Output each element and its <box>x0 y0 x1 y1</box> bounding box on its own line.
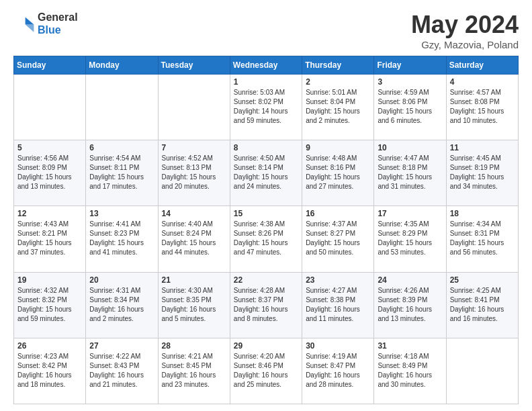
cell-3-3: 22Sunrise: 4:28 AM Sunset: 8:37 PM Dayli… <box>230 272 302 338</box>
day-number: 12 <box>17 209 82 218</box>
day-number: 5 <box>17 143 82 152</box>
day-number: 25 <box>450 275 515 285</box>
day-info: Sunrise: 4:45 AM Sunset: 8:19 PM Dayligh… <box>450 154 515 191</box>
cell-4-6 <box>446 338 518 404</box>
title-block: May 2024 Gzy, Mazovia, Poland <box>411 11 519 50</box>
col-tuesday: Tuesday <box>158 56 230 75</box>
day-info: Sunrise: 4:21 AM Sunset: 8:45 PM Dayligh… <box>162 352 226 390</box>
day-info: Sunrise: 4:43 AM Sunset: 8:21 PM Dayligh… <box>17 220 82 257</box>
cell-0-3: 1Sunrise: 5:03 AM Sunset: 8:02 PM Daylig… <box>230 75 302 140</box>
cell-0-6: 4Sunrise: 4:57 AM Sunset: 8:08 PM Daylig… <box>446 75 518 140</box>
col-friday: Friday <box>374 56 446 75</box>
day-number: 28 <box>162 341 226 351</box>
day-info: Sunrise: 4:35 AM Sunset: 8:29 PM Dayligh… <box>378 220 442 257</box>
cell-2-1: 13Sunrise: 4:41 AM Sunset: 8:23 PM Dayli… <box>86 206 158 272</box>
day-info: Sunrise: 4:25 AM Sunset: 8:41 PM Dayligh… <box>450 286 515 324</box>
day-info: Sunrise: 4:32 AM Sunset: 8:32 PM Dayligh… <box>17 286 82 324</box>
day-info: Sunrise: 4:20 AM Sunset: 8:46 PM Dayligh… <box>234 352 298 390</box>
day-number: 26 <box>17 341 82 351</box>
cell-2-4: 16Sunrise: 4:37 AM Sunset: 8:27 PM Dayli… <box>302 206 374 272</box>
day-number: 31 <box>378 341 442 351</box>
day-number: 17 <box>378 209 442 218</box>
svg-marker-0 <box>26 17 34 25</box>
day-number: 14 <box>162 209 226 218</box>
page: General Blue May 2024 Gzy, Mazovia, Pola… <box>0 0 532 411</box>
cell-2-0: 12Sunrise: 4:43 AM Sunset: 8:21 PM Dayli… <box>14 206 86 272</box>
cell-1-4: 9Sunrise: 4:48 AM Sunset: 8:16 PM Daylig… <box>302 140 374 206</box>
day-info: Sunrise: 4:31 AM Sunset: 8:34 PM Dayligh… <box>89 286 154 324</box>
day-number: 22 <box>234 275 298 285</box>
day-number: 2 <box>306 77 370 87</box>
cell-0-1 <box>86 75 158 140</box>
week-row-3: 19Sunrise: 4:32 AM Sunset: 8:32 PM Dayli… <box>14 272 519 338</box>
day-number: 24 <box>378 275 442 285</box>
day-info: Sunrise: 4:26 AM Sunset: 8:39 PM Dayligh… <box>378 286 442 324</box>
cell-4-3: 29Sunrise: 4:20 AM Sunset: 8:46 PM Dayli… <box>230 338 302 404</box>
day-info: Sunrise: 5:03 AM Sunset: 8:02 PM Dayligh… <box>234 88 298 126</box>
day-number: 18 <box>450 209 515 218</box>
col-thursday: Thursday <box>302 56 374 75</box>
svg-marker-1 <box>26 25 34 32</box>
logo-general: General <box>38 11 78 23</box>
day-number: 4 <box>450 77 515 87</box>
cell-2-6: 18Sunrise: 4:34 AM Sunset: 8:31 PM Dayli… <box>446 206 518 272</box>
cell-3-1: 20Sunrise: 4:31 AM Sunset: 8:34 PM Dayli… <box>86 272 158 338</box>
day-info: Sunrise: 4:48 AM Sunset: 8:16 PM Dayligh… <box>306 154 370 191</box>
week-row-0: 1Sunrise: 5:03 AM Sunset: 8:02 PM Daylig… <box>14 75 519 140</box>
day-info: Sunrise: 4:23 AM Sunset: 8:42 PM Dayligh… <box>17 352 82 390</box>
cell-1-3: 8Sunrise: 4:50 AM Sunset: 8:14 PM Daylig… <box>230 140 302 206</box>
day-number: 9 <box>306 143 370 152</box>
cell-3-2: 21Sunrise: 4:30 AM Sunset: 8:35 PM Dayli… <box>158 272 230 338</box>
main-title: May 2024 <box>411 11 519 39</box>
day-info: Sunrise: 4:28 AM Sunset: 8:37 PM Dayligh… <box>234 286 298 324</box>
week-row-4: 26Sunrise: 4:23 AM Sunset: 8:42 PM Dayli… <box>14 338 519 404</box>
day-info: Sunrise: 4:59 AM Sunset: 8:06 PM Dayligh… <box>378 88 442 126</box>
col-wednesday: Wednesday <box>230 56 302 75</box>
cell-1-2: 7Sunrise: 4:52 AM Sunset: 8:13 PM Daylig… <box>158 140 230 206</box>
day-info: Sunrise: 4:41 AM Sunset: 8:23 PM Dayligh… <box>89 220 154 257</box>
logo: General Blue <box>13 11 78 36</box>
day-info: Sunrise: 4:27 AM Sunset: 8:38 PM Dayligh… <box>306 286 370 324</box>
day-info: Sunrise: 4:40 AM Sunset: 8:24 PM Dayligh… <box>162 220 226 257</box>
day-number: 23 <box>306 275 370 285</box>
day-info: Sunrise: 4:18 AM Sunset: 8:49 PM Dayligh… <box>378 352 442 390</box>
day-number: 30 <box>306 341 370 351</box>
day-number: 7 <box>162 143 226 152</box>
day-info: Sunrise: 4:19 AM Sunset: 8:47 PM Dayligh… <box>306 352 370 390</box>
day-info: Sunrise: 4:30 AM Sunset: 8:35 PM Dayligh… <box>162 286 226 324</box>
cell-2-5: 17Sunrise: 4:35 AM Sunset: 8:29 PM Dayli… <box>374 206 446 272</box>
day-info: Sunrise: 4:56 AM Sunset: 8:09 PM Dayligh… <box>17 154 82 191</box>
day-info: Sunrise: 5:01 AM Sunset: 8:04 PM Dayligh… <box>306 88 370 126</box>
day-number: 21 <box>162 275 226 285</box>
day-info: Sunrise: 4:50 AM Sunset: 8:14 PM Dayligh… <box>234 154 298 191</box>
cell-1-1: 6Sunrise: 4:54 AM Sunset: 8:11 PM Daylig… <box>86 140 158 206</box>
cell-0-0 <box>14 75 86 140</box>
day-info: Sunrise: 4:54 AM Sunset: 8:11 PM Dayligh… <box>89 154 154 191</box>
day-number: 27 <box>89 341 154 351</box>
day-number: 11 <box>450 143 515 152</box>
cell-4-4: 30Sunrise: 4:19 AM Sunset: 8:47 PM Dayli… <box>302 338 374 404</box>
day-info: Sunrise: 4:47 AM Sunset: 8:18 PM Dayligh… <box>378 154 442 191</box>
day-info: Sunrise: 4:57 AM Sunset: 8:08 PM Dayligh… <box>450 88 515 126</box>
cell-0-2 <box>158 75 230 140</box>
cell-2-2: 14Sunrise: 4:40 AM Sunset: 8:24 PM Dayli… <box>158 206 230 272</box>
day-number: 29 <box>234 341 298 351</box>
cell-1-5: 10Sunrise: 4:47 AM Sunset: 8:18 PM Dayli… <box>374 140 446 206</box>
cell-3-0: 19Sunrise: 4:32 AM Sunset: 8:32 PM Dayli… <box>14 272 86 338</box>
day-number: 8 <box>234 143 298 152</box>
cell-1-0: 5Sunrise: 4:56 AM Sunset: 8:09 PM Daylig… <box>14 140 86 206</box>
logo-text: General Blue <box>38 11 78 36</box>
header-row: Sunday Monday Tuesday Wednesday Thursday… <box>14 56 519 75</box>
day-info: Sunrise: 4:52 AM Sunset: 8:13 PM Dayligh… <box>162 154 226 191</box>
cell-4-2: 28Sunrise: 4:21 AM Sunset: 8:45 PM Dayli… <box>158 338 230 404</box>
subtitle: Gzy, Mazovia, Poland <box>411 39 519 50</box>
day-number: 1 <box>234 77 298 87</box>
col-monday: Monday <box>86 56 158 75</box>
calendar-table: Sunday Monday Tuesday Wednesday Thursday… <box>13 56 519 404</box>
day-info: Sunrise: 4:38 AM Sunset: 8:26 PM Dayligh… <box>234 220 298 257</box>
cell-2-3: 15Sunrise: 4:38 AM Sunset: 8:26 PM Dayli… <box>230 206 302 272</box>
header: General Blue May 2024 Gzy, Mazovia, Pola… <box>13 11 519 50</box>
logo-icon <box>13 13 35 34</box>
cell-4-1: 27Sunrise: 4:22 AM Sunset: 8:43 PM Dayli… <box>86 338 158 404</box>
cell-3-4: 23Sunrise: 4:27 AM Sunset: 8:38 PM Dayli… <box>302 272 374 338</box>
